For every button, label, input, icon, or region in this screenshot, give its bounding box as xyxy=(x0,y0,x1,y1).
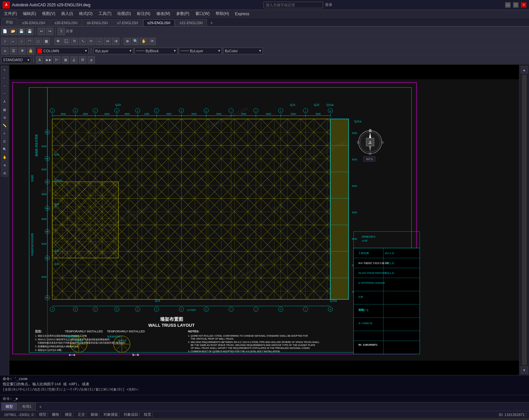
draw-line-btn[interactable]: / xyxy=(1,38,9,45)
draw-arc-btn[interactable]: ◠ xyxy=(26,38,33,45)
tab-s7[interactable]: s7-ENGLISH xyxy=(113,19,142,26)
text-btn[interactable]: A xyxy=(1,98,8,105)
orbit-btn[interactable]: ⟳ xyxy=(148,38,156,45)
dim-radius-btn[interactable]: R xyxy=(79,56,86,63)
zoom-btn[interactable]: 🔍 xyxy=(1,146,8,153)
tab-s36[interactable]: s36-ENGLISH xyxy=(18,19,50,26)
snap-btn[interactable]: ⊕ xyxy=(1,161,8,169)
menu-format[interactable]: 格式(O) xyxy=(76,10,95,17)
menu-view[interactable]: 视图(V) xyxy=(39,10,58,17)
draw-rect-btn[interactable]: □ xyxy=(34,38,42,45)
block-btn[interactable]: ⊞ xyxy=(1,114,8,121)
minimize-button[interactable]: — xyxy=(505,2,510,8)
scrollbar-track[interactable] xyxy=(522,75,527,365)
draw-hatch-btn[interactable]: ▦ xyxy=(43,38,50,45)
layout-add-btn[interactable]: + xyxy=(36,403,44,410)
menu-window[interactable]: 窗口(W) xyxy=(193,10,212,17)
properties-btn[interactable]: ≡ xyxy=(1,130,8,137)
tab-start[interactable]: 开始 xyxy=(1,18,17,26)
modify-copy-btn[interactable]: ⿺ xyxy=(62,38,70,45)
draw-circle-btn[interactable]: ○ xyxy=(18,38,25,45)
linetype-dropdown[interactable]: ──── ByBlock ▾ xyxy=(135,48,178,54)
tab-s6[interactable]: s6-ENGLISH xyxy=(82,19,112,26)
modify-rotate-btn[interactable]: ↻ xyxy=(71,38,78,45)
dim-aligned-btn[interactable]: ⊠ xyxy=(62,56,69,63)
open-file-btn[interactable]: 📂 xyxy=(10,28,17,35)
menu-tools[interactable]: 工具(T) xyxy=(96,10,114,17)
menu-parametric[interactable]: 参数(P) xyxy=(174,10,192,17)
ortho-toggle[interactable]: 正交 xyxy=(76,412,87,417)
dim-diameter-btn[interactable]: ⌀ xyxy=(88,56,95,63)
maximize-button[interactable]: □ xyxy=(513,2,518,8)
tab-s29[interactable]: s29-ENGLISH xyxy=(143,19,175,26)
undo-btn[interactable]: ↩ xyxy=(38,28,45,35)
modify-offset-btn[interactable]: ⇉ xyxy=(112,38,119,45)
pan-btn2[interactable]: ✋ xyxy=(1,153,8,161)
pan-btn[interactable]: ✋ xyxy=(140,38,147,45)
snap-toggle[interactable]: 捕捉 xyxy=(63,412,74,417)
share-btn[interactable]: ⇧ xyxy=(58,28,65,35)
redo-btn[interactable]: ↪ xyxy=(46,28,53,35)
model-status[interactable]: 模型 xyxy=(38,412,48,417)
new-file-btn[interactable]: 📄 xyxy=(1,28,9,35)
color-dropdown[interactable]: ByLayer ▾ xyxy=(94,48,133,54)
circle-btn[interactable]: ○ xyxy=(1,82,8,89)
polyline-btn[interactable]: ⌐ xyxy=(1,74,8,81)
close-button[interactable]: ✕ xyxy=(521,2,526,8)
search-input[interactable] xyxy=(264,2,323,8)
textstyle-dropdown[interactable]: STANDARD ▾ xyxy=(1,57,31,63)
layout-layout1-tab[interactable]: 布局1 xyxy=(18,403,36,410)
tab-s38[interactable]: s38-ENGLISH xyxy=(50,19,82,26)
title-search[interactable]: 登录 xyxy=(264,2,332,8)
layer-btn[interactable]: ☰ xyxy=(1,138,8,145)
otrack-toggle[interactable]: 对象追踪 xyxy=(122,412,140,417)
measure-btn[interactable]: 📏 xyxy=(1,122,8,129)
modify-trim-btn[interactable]: ✂ xyxy=(87,38,95,45)
canvas-area[interactable]: www.znzmo.com www.znzmo.com www.znzmo.co… xyxy=(9,65,519,375)
array-btn[interactable]: ⊞ xyxy=(1,169,8,177)
hatch-btn[interactable]: ▦ xyxy=(1,106,8,113)
share-label[interactable]: 共享 xyxy=(66,29,73,34)
menu-file[interactable]: 文件(F) xyxy=(1,10,20,17)
annotation-btn[interactable]: A xyxy=(36,56,43,63)
menu-insert[interactable]: 插入(I) xyxy=(59,10,75,17)
plotstyle-dropdown[interactable]: ByColor ▾ xyxy=(223,48,263,54)
layer-manager-btn[interactable]: ≡ xyxy=(1,47,9,55)
pick-btn[interactable]: ↖ xyxy=(1,66,8,73)
modify-move-btn[interactable]: ✥ xyxy=(54,38,61,45)
menu-edit[interactable]: 编辑(E) xyxy=(20,10,39,17)
dim-angular-btn[interactable]: ∠ xyxy=(70,56,78,63)
tab-s31[interactable]: s31-ENGLISH xyxy=(175,19,207,26)
menu-draw[interactable]: 绘图(D) xyxy=(115,10,134,17)
dim-btn[interactable]: ◄► xyxy=(45,56,52,63)
menu-help[interactable]: 帮助(H) xyxy=(213,10,232,17)
zoom-window-btn[interactable]: 🔍 xyxy=(132,38,139,45)
layer-freeze-btn[interactable]: ❄ xyxy=(19,47,26,55)
draw-polyline-btn[interactable]: ⌐ xyxy=(10,38,17,45)
login-button[interactable]: 登录 xyxy=(325,2,332,7)
command-input-area[interactable]: 命令: xyxy=(0,395,529,402)
modify-scale-btn[interactable]: ⤡ xyxy=(79,38,86,45)
lineweight-dropdown[interactable]: ──── ByLayer ▾ xyxy=(179,48,222,54)
modify-mirror-btn[interactable]: ⇔ xyxy=(104,38,111,45)
lineweight-toggle[interactable]: 线宽 xyxy=(142,412,153,417)
osnap-toggle[interactable]: 对象捕捉 xyxy=(102,412,120,417)
command-text-input[interactable] xyxy=(14,397,526,401)
save-as-btn[interactable]: 💾 xyxy=(26,28,33,35)
menu-modify[interactable]: 修改(M) xyxy=(154,10,173,17)
polar-toggle[interactable]: 极轴 xyxy=(89,412,100,417)
modify-extend-btn[interactable]: → xyxy=(96,38,103,45)
menu-dimension[interactable]: 标注(N) xyxy=(134,10,153,17)
layer-dropdown[interactable]: COLUMN ▾ xyxy=(36,48,89,54)
layer-state-btn[interactable]: ☰ xyxy=(10,47,17,55)
arc-btn[interactable]: ◠ xyxy=(1,90,8,97)
grid-toggle[interactable]: 栅格 xyxy=(51,412,61,417)
scroll-down-btn[interactable]: ▼ xyxy=(521,366,528,374)
save-btn[interactable]: 💾 xyxy=(18,28,25,35)
zoom-extent-btn[interactable]: ⊕ xyxy=(124,38,131,45)
layer-lock-btn[interactable]: 🔒 xyxy=(27,47,34,55)
tab-add-button[interactable]: + xyxy=(208,20,216,26)
layout-model-tab[interactable]: 模型 xyxy=(1,403,17,410)
scroll-up-btn[interactable]: ▲ xyxy=(521,66,528,73)
dim-linear-btn[interactable]: ⊢ xyxy=(53,56,61,63)
